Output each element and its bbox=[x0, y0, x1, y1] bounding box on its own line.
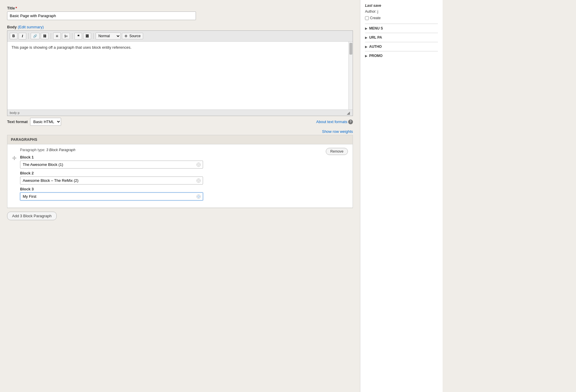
edit-summary-link[interactable]: (Edit summary) bbox=[18, 25, 44, 29]
statusbar-path: body p bbox=[10, 111, 19, 115]
sidebar-menu-settings[interactable]: ▶ MENU S bbox=[365, 24, 438, 33]
editor-text: This page is showing off a paragraph tha… bbox=[12, 45, 343, 50]
menu-settings-arrow: ▶ bbox=[365, 27, 367, 30]
toolbar-separator-2 bbox=[51, 33, 51, 39]
block-1-autocomplete-icon bbox=[197, 163, 201, 167]
main-content: Title* Body (Edit summary) B I bbox=[0, 0, 360, 392]
unlink-button[interactable] bbox=[41, 33, 49, 39]
editor-wrapper: B I bbox=[7, 30, 353, 116]
format-select[interactable]: Normal Heading 1 Heading 2 Heading 3 bbox=[96, 32, 121, 40]
page-wrapper: Title* Body (Edit summary) B I bbox=[0, 0, 576, 392]
italic-icon: I bbox=[22, 34, 23, 38]
url-path-arrow: ▶ bbox=[365, 36, 367, 39]
resize-handle[interactable]: ◢ bbox=[346, 111, 350, 115]
paragraph-content: Paragraph type: 3 Block Paragraph Block … bbox=[20, 148, 348, 203]
block-3-label: Block 3 bbox=[20, 187, 348, 191]
text-format-left: Text format Basic HTML Full HTML Plain t… bbox=[7, 118, 61, 126]
source-button[interactable]: Source bbox=[122, 33, 143, 39]
toolbar-separator-1 bbox=[28, 33, 29, 39]
sidebar-last-saved: Last save bbox=[365, 4, 438, 8]
text-format-select[interactable]: Basic HTML Full HTML Plain text bbox=[30, 118, 61, 126]
sidebar-promotion[interactable]: ▶ PROMO bbox=[365, 51, 438, 60]
block-3-autocomplete-icon bbox=[197, 195, 201, 199]
italic-button[interactable]: I bbox=[19, 33, 26, 40]
show-row-weights-link[interactable]: Show row weights bbox=[322, 129, 353, 134]
svg-point-2 bbox=[198, 196, 199, 197]
unordered-list-icon bbox=[56, 34, 58, 38]
remove-button[interactable]: Remove bbox=[326, 148, 348, 155]
block-1-input[interactable] bbox=[20, 161, 203, 169]
paragraph-type-label: Paragraph type: 3 Block Paragraph bbox=[20, 148, 348, 152]
sidebar: Last save Author: j Create ▶ MENU S ▶ UR… bbox=[360, 0, 443, 392]
unordered-list-button[interactable] bbox=[53, 32, 61, 40]
paragraph-item: ✛ Paragraph type: 3 Block Paragraph Bloc… bbox=[7, 144, 353, 208]
show-row-weights: Show row weights bbox=[7, 129, 353, 134]
blockquote-icon bbox=[77, 34, 79, 38]
bold-icon: B bbox=[12, 34, 15, 38]
block-3-input[interactable] bbox=[20, 192, 203, 200]
editor-scrollbar[interactable] bbox=[348, 42, 353, 110]
sidebar-create: Create bbox=[365, 16, 438, 20]
link-icon bbox=[33, 34, 37, 38]
editor-content-area[interactable]: This page is showing off a paragraph tha… bbox=[12, 45, 348, 50]
block-3-input-wrapper bbox=[20, 192, 203, 200]
block-1-label: Block 1 bbox=[20, 155, 348, 159]
unlink-icon bbox=[43, 34, 46, 38]
sidebar-author: Author: j bbox=[365, 9, 438, 14]
block-1-input-wrapper bbox=[20, 161, 203, 169]
paragraph-type-value: 3 Block Paragraph bbox=[46, 148, 76, 152]
svg-point-0 bbox=[198, 164, 199, 166]
drag-handle[interactable]: ✛ bbox=[12, 148, 17, 161]
ordered-list-icon bbox=[64, 34, 68, 38]
image-button[interactable] bbox=[83, 33, 91, 39]
block-2-autocomplete-icon bbox=[197, 179, 201, 183]
toolbar-separator-4 bbox=[93, 33, 94, 39]
block-2-label: Block 2 bbox=[20, 171, 348, 175]
block-2-input-wrapper bbox=[20, 177, 203, 184]
blockquote-button[interactable] bbox=[74, 33, 82, 40]
title-input[interactable] bbox=[7, 12, 196, 20]
help-icon: ? bbox=[348, 120, 353, 124]
create-new-revision-checkbox[interactable] bbox=[365, 16, 369, 20]
paragraphs-header: PARAGRAPHS bbox=[7, 135, 353, 144]
editor-statusbar: body p ◢ bbox=[7, 110, 353, 116]
link-button[interactable] bbox=[31, 33, 40, 39]
sidebar-url-path[interactable]: ▶ URL PA bbox=[365, 33, 438, 42]
body-field-label: Body (Edit summary) bbox=[7, 25, 353, 29]
ordered-list-button[interactable] bbox=[62, 33, 70, 39]
scrollbar-thumb[interactable] bbox=[349, 43, 352, 55]
block-2-input[interactable] bbox=[20, 177, 203, 184]
title-field-label: Title* bbox=[7, 6, 353, 10]
image-icon bbox=[86, 34, 89, 38]
promotion-arrow: ▶ bbox=[365, 54, 367, 58]
text-format-label: Text format bbox=[7, 120, 28, 124]
editor-toolbar: B I bbox=[7, 31, 353, 42]
add-paragraph-button[interactable]: Add 3 Block Paragraph bbox=[7, 212, 57, 220]
authoring-arrow: ▶ bbox=[365, 45, 367, 48]
svg-point-1 bbox=[198, 180, 199, 182]
editor-body: This page is showing off a paragraph tha… bbox=[7, 42, 353, 110]
toolbar-separator-3 bbox=[72, 33, 72, 39]
bold-button[interactable]: B bbox=[10, 33, 17, 39]
source-icon bbox=[125, 34, 128, 38]
sidebar-authoring[interactable]: ▶ AUTHO bbox=[365, 42, 438, 51]
about-formats-link[interactable]: About text formats ? bbox=[316, 120, 353, 124]
paragraphs-section: PARAGRAPHS ✛ Paragraph type: 3 Block Par… bbox=[7, 135, 353, 208]
text-format-row: Text format Basic HTML Full HTML Plain t… bbox=[7, 118, 353, 126]
